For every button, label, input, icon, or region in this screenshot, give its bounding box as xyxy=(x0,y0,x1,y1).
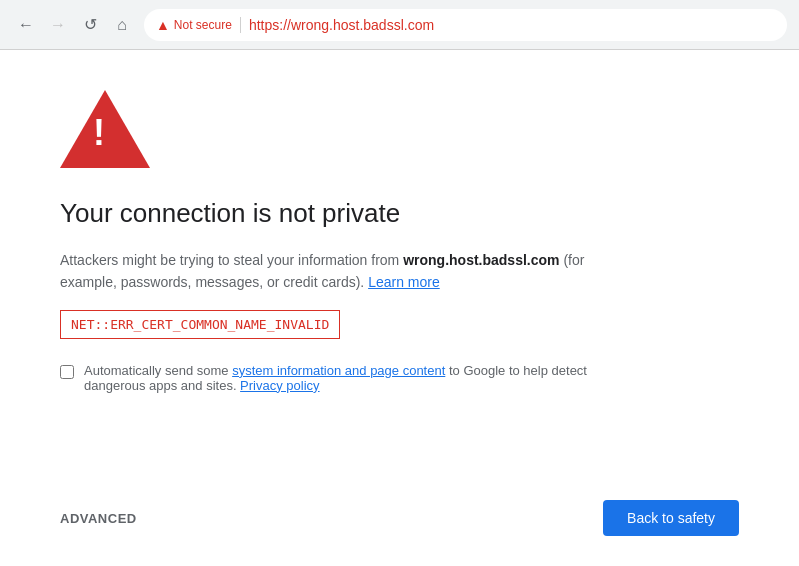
checkbox-label: Automatically send some system informati… xyxy=(84,363,620,393)
url-display: https://wrong.host.badssl.com xyxy=(249,17,434,33)
back-to-safety-button[interactable]: Back to safety xyxy=(603,500,739,536)
warning-icon: ▲ xyxy=(156,17,170,33)
checkbox-text-1: Automatically send some xyxy=(84,363,232,378)
system-info-link[interactable]: system information and page content xyxy=(232,363,445,378)
send-info-checkbox[interactable] xyxy=(60,365,74,379)
domain-highlight: wrong.host.badssl.com xyxy=(403,252,559,268)
error-page: Your connection is not private Attackers… xyxy=(0,50,799,566)
learn-more-link[interactable]: Learn more xyxy=(368,274,440,290)
security-label: Not secure xyxy=(174,18,232,32)
bottom-bar: ADVANCED Back to safety xyxy=(60,500,739,536)
checkbox-section: Automatically send some system informati… xyxy=(60,363,620,393)
back-button[interactable]: ← xyxy=(12,11,40,39)
description-text-1: Attackers might be trying to steal your … xyxy=(60,252,403,268)
forward-button[interactable]: → xyxy=(44,11,72,39)
home-button[interactable]: ⌂ xyxy=(108,11,136,39)
address-bar[interactable]: ▲ Not secure https://wrong.host.badssl.c… xyxy=(144,9,787,41)
error-code-text: NET::ERR_CERT_COMMON_NAME_INVALID xyxy=(71,317,329,332)
nav-buttons: ← → ↺ ⌂ xyxy=(12,11,136,39)
reload-button[interactable]: ↺ xyxy=(76,11,104,39)
warning-triangle-icon xyxy=(60,90,150,168)
browser-toolbar: ← → ↺ ⌂ ▲ Not secure https://wrong.host.… xyxy=(0,0,799,50)
page-title: Your connection is not private xyxy=(60,198,739,229)
page-description: Attackers might be trying to steal your … xyxy=(60,249,640,294)
advanced-button[interactable]: ADVANCED xyxy=(60,511,137,526)
privacy-policy-link[interactable]: Privacy policy xyxy=(240,378,319,393)
error-code-box: NET::ERR_CERT_COMMON_NAME_INVALID xyxy=(60,310,340,339)
security-badge: ▲ Not secure xyxy=(156,17,241,33)
